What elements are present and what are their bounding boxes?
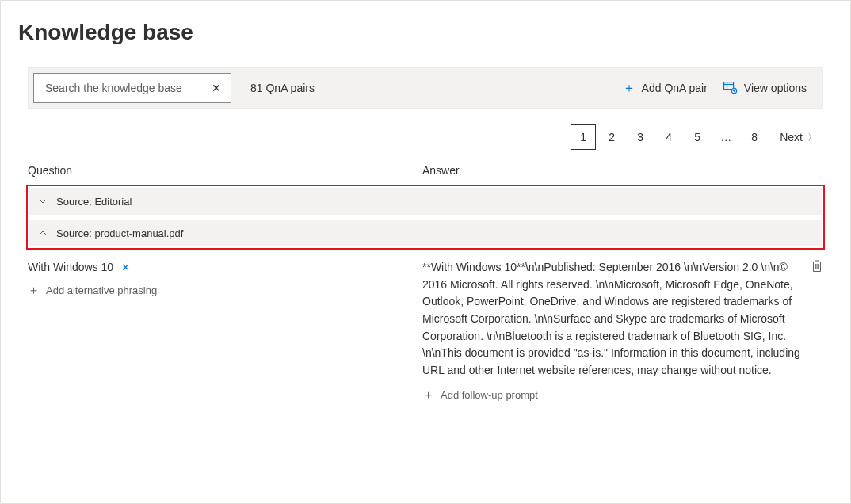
answer-text[interactable]: **With Windows 10**\n\nPublished: Septem… [422,259,804,380]
pair-count-label: 81 QnA pairs [250,82,315,94]
source-row-product-manual[interactable]: Source: product-manual.pdf [29,220,822,246]
add-qna-pair-label: Add QnA pair [642,82,708,94]
column-answer-header: Answer [422,164,823,177]
remove-chip-icon[interactable]: ✕ [121,262,130,273]
page-next-label: Next [780,131,803,143]
question-chip[interactable]: With Windows 10 ✕ [28,259,130,275]
page-ellipsis: … [713,131,738,143]
clear-search-icon[interactable]: ✕ [208,78,224,97]
question-chip-text: With Windows 10 [28,261,113,273]
column-question-header: Question [28,164,422,177]
question-cell: With Windows 10 ✕ ＋ Add alternative phra… [28,259,422,403]
view-options-label: View options [744,82,807,94]
add-alternative-phrasing-button[interactable]: ＋ Add alternative phrasing [28,283,410,298]
pagination: 1 2 3 4 5 … 8 Next 〉 [18,116,833,164]
page-4[interactable]: 4 [656,124,681,150]
plus-icon: ＋ [422,388,434,403]
add-followup-label: Add follow-up prompt [441,389,538,401]
page-5[interactable]: 5 [685,124,710,150]
answer-cell: **With Windows 10**\n\nPublished: Septem… [422,259,823,403]
chevron-up-icon [37,227,48,239]
view-options-button[interactable]: View options [716,77,815,99]
chevron-down-icon [37,196,48,207]
page-next-button[interactable]: Next 〉 [770,124,823,150]
page-title: Knowledge base [18,20,833,45]
add-qna-pair-button[interactable]: ＋ Add QnA pair [615,75,716,101]
page-2[interactable]: 2 [599,124,624,150]
qna-row: With Windows 10 ✕ ＋ Add alternative phra… [18,259,833,403]
highlighted-sources: Source: Editorial Source: product-manual… [26,185,825,250]
view-options-icon [723,82,738,94]
search-input[interactable] [44,81,208,95]
source-label: Source: Editorial [56,196,132,208]
page-8[interactable]: 8 [742,124,767,150]
chevron-right-icon: 〉 [807,131,817,144]
source-row-editorial[interactable]: Source: Editorial [29,188,822,215]
delete-icon[interactable] [811,262,823,275]
add-alternative-phrasing-label: Add alternative phrasing [46,284,157,296]
toolbar: ✕ 81 QnA pairs ＋ Add QnA pair View optio… [28,67,823,109]
source-label: Source: product-manual.pdf [56,227,183,239]
page-3[interactable]: 3 [628,124,653,150]
page-1[interactable]: 1 [571,124,596,150]
svg-rect-0 [723,82,733,90]
search-box[interactable]: ✕ [33,73,231,103]
plus-icon: ＋ [28,283,40,298]
plus-icon: ＋ [623,80,635,97]
add-followup-button[interactable]: ＋ Add follow-up prompt [422,388,804,403]
columns-header: Question Answer [18,164,833,185]
